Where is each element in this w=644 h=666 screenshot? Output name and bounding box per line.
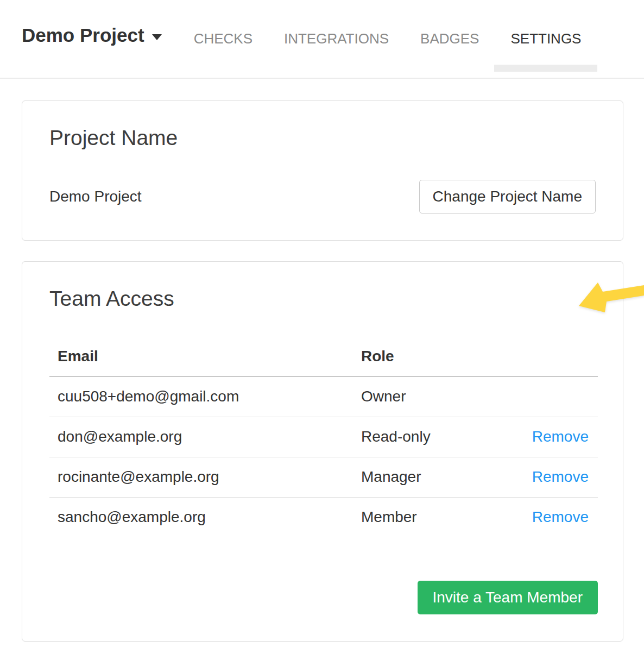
member-email: cuu508+demo@gmail.com [49, 376, 361, 417]
member-role: Owner [361, 376, 522, 417]
remove-member-link[interactable]: Remove [532, 468, 589, 485]
table-row: cuu508+demo@gmail.com Owner [49, 376, 598, 417]
project-name-card-title: Project Name [49, 125, 597, 151]
invite-team-member-button[interactable]: Invite a Team Member [418, 581, 598, 614]
member-role: Manager [361, 457, 522, 497]
tab-checks[interactable]: CHECKS [194, 0, 252, 71]
project-name-card: Project Name Demo Project Change Project… [22, 100, 623, 241]
member-email: rocinante@example.org [49, 457, 361, 497]
current-project-name: Demo Project [49, 188, 142, 205]
tab-badges[interactable]: BADGES [420, 0, 479, 71]
tab-integrations[interactable]: INTEGRATIONS [284, 0, 389, 71]
settings-page: Project Name Demo Project Change Project… [0, 79, 644, 642]
project-switcher[interactable]: Demo Project [22, 24, 162, 46]
change-project-name-button[interactable]: Change Project Name [419, 180, 596, 213]
member-actions: Remove [522, 497, 598, 537]
actions-column-header [522, 343, 598, 376]
email-column-header: Email [49, 343, 361, 376]
top-navigation-bar: Demo Project CHECKS INTEGRATIONS BADGES … [0, 0, 644, 79]
remove-member-link[interactable]: Remove [532, 508, 589, 525]
table-row: rocinante@example.org Manager Remove [49, 457, 598, 497]
table-row: don@example.org Read-only Remove [49, 417, 598, 457]
member-role: Member [361, 497, 522, 537]
team-access-card: Team Access Email Role cuu508+demo@gmail… [22, 261, 623, 642]
member-actions: Remove [522, 457, 598, 497]
invite-row: Invite a Team Member [49, 581, 597, 614]
caret-down-icon [152, 34, 162, 40]
remove-member-link[interactable]: Remove [532, 428, 589, 445]
role-column-header: Role [361, 343, 522, 376]
team-access-card-title: Team Access [49, 286, 597, 312]
table-row: sancho@example.org Member Remove [49, 497, 598, 537]
member-role: Read-only [361, 417, 522, 457]
member-email: don@example.org [49, 417, 361, 457]
member-actions [522, 376, 598, 417]
member-email: sancho@example.org [49, 497, 361, 537]
tab-settings[interactable]: SETTINGS [510, 0, 581, 71]
team-members-table: Email Role cuu508+demo@gmail.com Owner d… [49, 343, 598, 537]
nav-tabs: CHECKS INTEGRATIONS BADGES SETTINGS [194, 0, 582, 71]
project-switcher-label: Demo Project [22, 24, 144, 46]
member-actions: Remove [522, 417, 598, 457]
table-header-row: Email Role [49, 343, 598, 376]
project-name-row: Demo Project Change Project Name [49, 180, 597, 213]
